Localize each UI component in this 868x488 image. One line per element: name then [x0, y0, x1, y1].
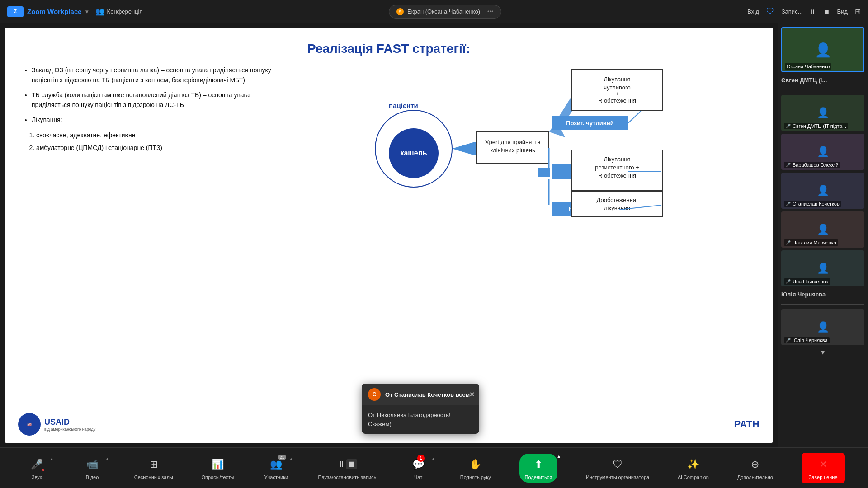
bullet2: ТБ служба (коли пацієнтам вже встановлен… [32, 90, 276, 110]
more-icon[interactable]: ••• [487, 8, 494, 15]
grid-icon[interactable]: ⊞ [855, 7, 861, 16]
video-label: Відео [86, 474, 99, 480]
chat-close-icon[interactable]: ✕ [469, 391, 475, 398]
bullet1: Заклад ОЗ (в першу чергу первинна ланка)… [32, 65, 276, 85]
raise-hand-btn[interactable]: ✋ Поднять руку [460, 456, 491, 480]
screen-dot: S [396, 8, 404, 15]
org-tools-icon: 🛡 [609, 456, 626, 473]
pause-icon[interactable]: ⏸ [810, 8, 816, 15]
pause-record-label: Пауза/остановить запись [318, 474, 377, 480]
ai-label: Al Companion [678, 474, 709, 480]
svg-text:чутливого: чутливого [604, 84, 630, 91]
slide-title: Реалізація FAST стратегії: [23, 42, 755, 56]
ai-icon: ✨ [685, 456, 701, 473]
video-btn[interactable]: 📹 Відео ▲ [79, 456, 106, 480]
share-icon: ⬆ [530, 456, 547, 473]
more-icon: ⊕ [747, 456, 763, 473]
zoom-logo[interactable]: Z Zoom Workplace ▾ [7, 6, 88, 17]
svg-marker-4 [452, 142, 475, 155]
polls-btn[interactable]: 📊 Опросы/тесты [201, 456, 234, 480]
audio-icon: 🎤 ✕ [28, 456, 45, 473]
divider-2 [781, 304, 864, 305]
sign-in-btn[interactable]: Вхід [747, 8, 759, 15]
chat-btn[interactable]: 💬 1 Чат ▲ [405, 456, 432, 480]
chat-label: Чат [414, 474, 422, 480]
svg-text:Лікування: Лікування [604, 156, 630, 163]
org-tools-btn[interactable]: 🛡 Инструменты организатора [586, 456, 649, 480]
raise-hand-label: Поднять руку [460, 474, 491, 480]
conference-label[interactable]: 👥 Конференція [95, 7, 143, 16]
main-area: Реалізація FAST стратегії: Заклад ОЗ (в … [0, 23, 868, 447]
participants-arrow[interactable]: ▲ [289, 456, 293, 461]
shield-icon: 🛡 [766, 7, 774, 16]
svg-text:+: + [615, 90, 619, 97]
audio-arrow[interactable]: ▲ [49, 456, 54, 461]
svg-text:резистентного +: резистентного + [595, 164, 639, 171]
participant-thumb-2: 👤 🎤 Барабашов Олексій [781, 134, 864, 170]
top-bar: Z Zoom Workplace ▾ 👥 Конференція S Екран… [0, 0, 868, 23]
item2: амбулаторне (ЦПМСД) і стаціонарне (ПТЗ) [36, 143, 276, 153]
share-btn[interactable]: ⬆ Поделиться ▲ [519, 454, 558, 483]
end-icon: ✕ [815, 456, 831, 473]
svg-text:клінічних рішень: клінічних рішень [490, 147, 535, 154]
svg-text:R обстеження: R обстеження [598, 172, 636, 179]
ai-companion-btn[interactable]: ✨ Al Companion [678, 456, 709, 480]
view-btn[interactable]: Вид [837, 8, 848, 15]
pause-record-btn[interactable]: ⏸ ⏹ Пауза/остановить запись [318, 456, 377, 480]
share-arrow[interactable]: ▲ [557, 454, 561, 459]
path-logo: PATH [734, 418, 760, 430]
svg-text:Дообстеження,: Дообстеження, [596, 197, 637, 203]
slide-list: своєчасне, адекватне, ефективне амбулато… [23, 130, 276, 153]
scroll-down-btn[interactable]: ▾ [781, 348, 864, 357]
svg-text:лікування: лікування [604, 205, 630, 211]
sessions-btn[interactable]: ⊞ Сесионных залы [134, 456, 173, 480]
participants-btn[interactable]: 👥 21 Участники ▲ [263, 456, 290, 480]
bullet3: Лікування: [32, 115, 276, 125]
p6-name: 🎤 Юлія Черняєва [784, 337, 830, 343]
svg-text:R обстеження: R обстеження [598, 97, 636, 104]
section-header-1: Євген ДМТЦ (І... [781, 75, 864, 85]
p2-name: 🎤 Барабашов Олексій [784, 162, 840, 168]
zoom-logo-icon: Z [7, 6, 24, 17]
usaid-text: USAID [44, 418, 95, 427]
conference-text: Конференція [107, 8, 143, 15]
svg-text:Позит. чутливий: Позит. чутливий [566, 120, 613, 127]
end-btn[interactable]: ✕ Завершение [802, 453, 845, 483]
org-tools-label: Инструменты организатора [586, 474, 649, 480]
participant-thumb-1: 👤 🎤 Євген ДМТЦ (IT-підтр... [781, 95, 864, 131]
chat-arrow[interactable]: ▲ [431, 456, 435, 461]
participant-thumb-3: 👤 🎤 Станислав Кочетков [781, 173, 864, 209]
main-participant-name: Оксана Чабаненко [785, 63, 831, 70]
slide-content: Заклад ОЗ (в першу чергу первинна ланка)… [23, 65, 755, 219]
zoom-dropdown-icon[interactable]: ▾ [85, 9, 88, 15]
p5-name: 🎤 Яна Привалова [784, 278, 830, 285]
usaid-circle: 🇺🇸 [18, 413, 41, 436]
zoom-app-name: Zoom Workplace [27, 8, 82, 15]
usaid-logo: 🇺🇸 USAID від американського народу [18, 413, 95, 436]
svg-text:Лікування: Лікування [604, 76, 630, 83]
audio-btn[interactable]: 🎤 ✕ Звук ▲ [23, 456, 50, 480]
more-label: Дополнительно [737, 474, 773, 480]
section-header-2: Юлія Черняєва [781, 289, 864, 300]
more-btn[interactable]: ⊕ Дополнительно [737, 456, 773, 480]
stop-icon[interactable]: ⏹ [823, 8, 830, 15]
slide-container: Реалізація FAST стратегії: Заклад ОЗ (в … [0, 23, 778, 447]
participants-label: Участники [264, 474, 288, 480]
diagram-svg: кашель пацієнти Xpert для прийняття клін… [285, 65, 755, 219]
pause-record-icon: ⏸ ⏹ [339, 456, 355, 473]
chat-icon: 💬 1 [410, 456, 426, 473]
svg-text:кашель: кашель [400, 149, 427, 157]
chat-message: От Николаева Благодарность! Скажем) [362, 405, 479, 434]
video-arrow[interactable]: ▲ [105, 456, 109, 461]
chat-popup: C От Станислав Кочетков всем ✕ От Никола… [362, 384, 479, 434]
recording-label[interactable]: Запис... [782, 8, 803, 15]
slide: Реалізація FAST стратегії: Заклад ОЗ (в … [5, 28, 773, 443]
sessions-label: Сесионных залы [134, 474, 173, 480]
svg-text:Xpert для прийняття: Xpert для прийняття [485, 139, 540, 145]
screen-indicator[interactable]: S Екран (Оксана Чабаненко) ••• [389, 5, 501, 19]
chat-popup-header: C От Станислав Кочетков всем ✕ [362, 384, 479, 405]
top-bar-right: Вхід 🛡 Запис... ⏸ ⏹ Вид ⊞ [747, 7, 861, 16]
participant-thumb-4: 👤 🎤 Наталия Марченко [781, 211, 864, 248]
participant-thumb-5: 👤 🎤 Яна Привалова [781, 250, 864, 286]
p4-name: 🎤 Наталия Марченко [784, 239, 838, 246]
